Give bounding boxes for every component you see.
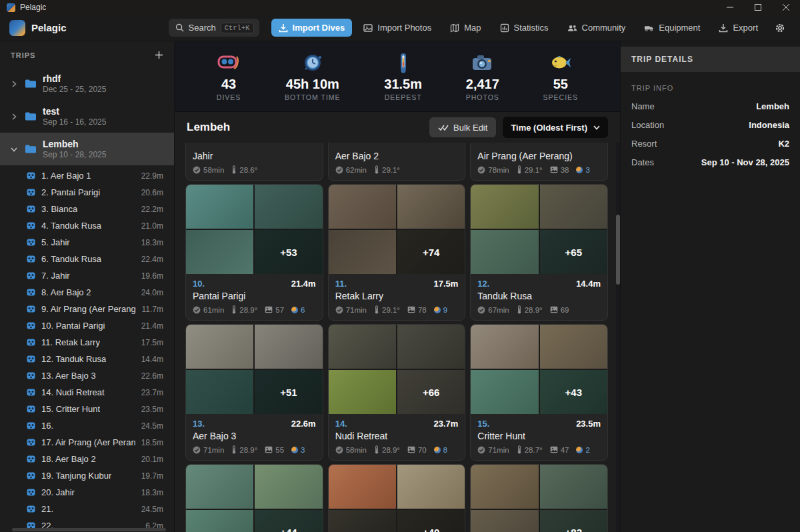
dive-photo-thumbnail-more[interactable]: +44 (255, 510, 322, 532)
nav-import-photos[interactable]: Import Photos (356, 19, 439, 37)
dive-photo-thumbnail[interactable] (329, 185, 396, 229)
trip-item-lembeh[interactable]: Lembeh Sep 10 - 28, 2025 (0, 133, 174, 165)
dive-photo-thumbnail[interactable] (186, 465, 253, 509)
dive-photo-thumbnail[interactable] (186, 510, 253, 532)
add-trip-button[interactable] (155, 51, 163, 59)
dive-list-item[interactable]: 2. Pantai Parigi 20.6m (0, 184, 174, 201)
dive-list-item[interactable]: 6. Tanduk Rusa 22.4m (0, 251, 174, 267)
dive-card[interactable]: +65 12. 14.4m Tanduk Rusa 67min (470, 184, 608, 321)
more-photos-count: +51 (255, 370, 322, 414)
dive-list-item[interactable]: 12. Tanduk Rusa 14.4m (0, 351, 174, 367)
trip-info-row: Name Lembeh (631, 101, 789, 111)
dive-list-item[interactable]: 13. Aer Bajo 3 22.6m (0, 367, 174, 384)
dive-photo-thumbnail-more[interactable]: +82 (540, 510, 607, 532)
close-button[interactable] (772, 0, 800, 15)
dive-card[interactable]: +44 (185, 464, 323, 532)
dive-list-item[interactable]: 20. Jahir 18.3m (0, 484, 174, 501)
dive-card[interactable]: Jahir 58min 28.6° (185, 143, 323, 181)
dive-photo-thumbnail-more[interactable]: +65 (540, 230, 607, 274)
dive-list-item[interactable]: 14. Nudi Retreat 23.7m (0, 384, 174, 401)
duration-chip: 58min (193, 166, 224, 174)
dive-photo-thumbnail-more[interactable]: +53 (255, 230, 322, 274)
dive-list-item[interactable]: 18. Aer Bajo 2 20.1m (0, 451, 174, 467)
dive-list-item[interactable]: 9. Air Prang (Aer Perang) 11.7m (0, 301, 174, 317)
dive-photo-thumbnail[interactable] (397, 465, 465, 509)
sidebar-horizontal-scrollbar[interactable] (12, 528, 166, 531)
dive-card[interactable]: +82 (470, 464, 608, 532)
dive-photo-thumbnail[interactable] (397, 325, 465, 369)
dive-list-item[interactable]: 11. Retak Larry 17.5m (0, 334, 174, 351)
dive-photo-thumbnail[interactable] (540, 185, 607, 229)
bulk-edit-button[interactable]: Bulk Edit (429, 117, 496, 137)
sort-dropdown[interactable]: Time (Oldest First) (503, 117, 608, 138)
dive-list-item[interactable]: 21. 24.5m (0, 501, 174, 517)
dive-photo-thumbnail[interactable] (471, 370, 538, 414)
dive-list-item[interactable]: 8. Aer Bajo 2 24.0m (0, 284, 174, 301)
dive-photo-thumbnail-more[interactable]: +66 (397, 370, 465, 414)
dive-photo-thumbnail[interactable] (540, 325, 607, 369)
dive-photo-thumbnail[interactable] (471, 325, 538, 369)
trip-item-rhdf[interactable]: rhdf Dec 25 - 25, 2025 (0, 67, 174, 100)
photos-chip: 38 (550, 166, 569, 174)
scrollbar-thumb[interactable] (616, 215, 620, 285)
dive-photo-thumbnail[interactable] (186, 370, 253, 414)
dive-photo-thumbnail[interactable] (186, 185, 253, 229)
nav-equipment[interactable]: Equipment (637, 19, 707, 37)
dive-card[interactable]: Aer Bajo 2 62min 29.1° (328, 143, 466, 181)
dive-card[interactable]: Air Prang (Aer Perang) 78min 29.1° 38 3 (470, 143, 608, 181)
dive-photo-thumbnail[interactable] (329, 230, 396, 274)
dive-photo-thumbnail[interactable] (186, 325, 253, 369)
vertical-scrollbar[interactable] (616, 143, 620, 532)
settings-button[interactable] (769, 19, 791, 37)
dive-photo-thumbnail[interactable] (329, 510, 396, 532)
dive-list-item[interactable]: 17. Air Prang (Aer Perang) 18.5m (0, 434, 174, 451)
search-icon (175, 23, 184, 32)
dive-photo-thumbnail[interactable] (329, 465, 396, 509)
dive-list-item[interactable]: 16. 24.5m (0, 417, 174, 434)
dive-list-item[interactable]: 3. Bianca 22.2m (0, 201, 174, 217)
minimize-button[interactable] (716, 0, 744, 15)
dive-card[interactable]: +53 10. 21.4m Pantai Parigi 61mi (185, 184, 323, 321)
dive-photo-thumbnail[interactable] (329, 325, 396, 369)
dive-card[interactable]: +74 11. 17.5m Retak Larry 71min (328, 184, 466, 321)
dive-photo-thumbnail[interactable] (186, 230, 253, 274)
dive-photo-thumbnail[interactable] (255, 185, 322, 229)
dive-list-item[interactable]: 15. Critter Hunt 23.5m (0, 401, 174, 417)
dive-card[interactable]: +66 14. 23.7m Nudi Retreat 58min (328, 324, 466, 461)
dive-card[interactable]: +40 (328, 464, 466, 532)
nav-export[interactable]: Export (711, 19, 765, 37)
dive-photo-thumbnail-more[interactable]: +51 (255, 370, 322, 414)
species-icon (434, 307, 441, 313)
dive-photo-thumbnail-more[interactable]: +40 (397, 510, 465, 532)
dive-list-item[interactable]: 5. Jahir 18.3m (0, 234, 174, 251)
dive-photo-thumbnail-more[interactable]: +74 (397, 230, 465, 274)
nav-statistics[interactable]: Statistics (493, 19, 556, 37)
more-photos-count: +74 (397, 230, 465, 274)
dive-photo-thumbnail[interactable] (397, 185, 465, 229)
dive-list-item[interactable]: 19. Tanjung Kubur 19.7m (0, 467, 174, 484)
nav-import-dives[interactable]: Import Dives (271, 19, 353, 37)
dive-list-item[interactable]: 7. Jahir 19.6m (0, 267, 174, 284)
nav-community[interactable]: Community (560, 19, 633, 37)
dive-photo-thumbnail[interactable] (255, 325, 322, 369)
nav-map[interactable]: Map (443, 19, 488, 37)
trip-item-test[interactable]: test Sep 16 - 16, 2025 (0, 100, 174, 133)
dive-list-item[interactable]: 1. Aer Bajo 1 22.9m (0, 167, 174, 184)
dive-photo-thumbnail[interactable] (471, 510, 538, 532)
dive-card[interactable]: +51 13. 22.6m Aer Bajo 3 71min (185, 324, 323, 461)
dive-card[interactable]: +43 15. 23.5m Critter Hunt 71min (470, 324, 608, 461)
dive-photo-thumbnail[interactable] (329, 370, 396, 414)
dive-photo-thumbnail[interactable] (471, 185, 538, 229)
maximize-button[interactable] (744, 0, 772, 15)
search-input[interactable]: Search Ctrl+K (169, 19, 259, 37)
dive-list-item[interactable]: 10. Pantai Parigi 21.4m (0, 317, 174, 334)
dive-name: 4. Tanduk Rusa (41, 221, 101, 231)
dive-name: Critter Hunt (477, 431, 601, 441)
dive-photo-thumbnail[interactable] (255, 465, 322, 509)
dive-list-item[interactable]: 4. Tanduk Rusa 21.0m (0, 217, 174, 234)
dive-photo-thumbnail[interactable] (471, 465, 538, 509)
dive-photo-thumbnail[interactable] (540, 465, 607, 509)
dive-photo-thumbnail-more[interactable]: +43 (540, 370, 607, 414)
stat-deepest: 31.5m DEEPEST (384, 51, 422, 101)
dive-photo-thumbnail[interactable] (471, 230, 538, 274)
